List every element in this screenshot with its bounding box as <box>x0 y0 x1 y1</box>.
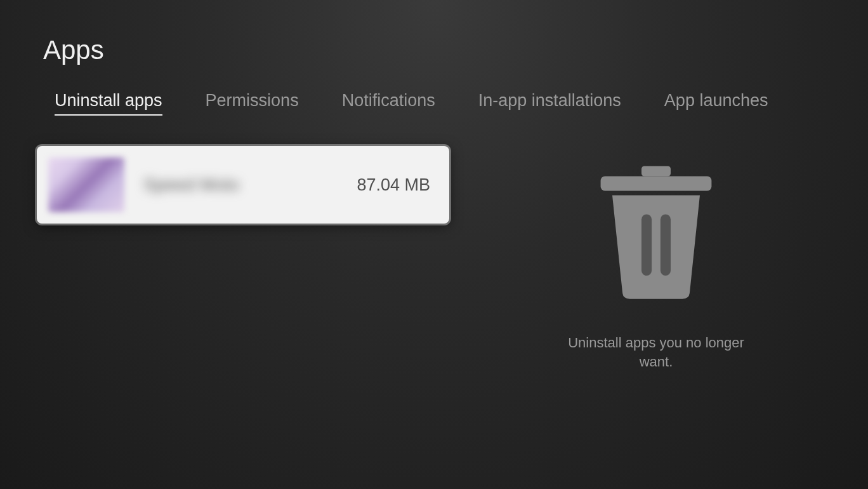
svg-rect-3 <box>661 214 671 276</box>
tab-uninstall-apps[interactable]: Uninstall apps <box>55 91 162 116</box>
app-size-label: 87.04 MB <box>357 175 430 195</box>
tab-app-launches[interactable]: App launches <box>664 91 768 116</box>
svg-rect-2 <box>641 214 652 276</box>
svg-rect-1 <box>601 177 712 191</box>
page-title: Apps <box>43 35 825 65</box>
app-name-label: Speed Moto <box>143 175 357 195</box>
trash-icon <box>583 159 729 305</box>
svg-rect-0 <box>641 166 671 177</box>
tab-notifications[interactable]: Notifications <box>342 91 435 116</box>
info-help-text: Uninstall apps you no longer want. <box>561 333 751 371</box>
tabs-row: Uninstall apps Permissions Notifications… <box>43 91 825 116</box>
app-list-item[interactable]: Speed Moto 87.04 MB <box>37 146 449 224</box>
info-panel: Uninstall apps you no longer want. <box>487 146 825 371</box>
tab-in-app-installations[interactable]: In-app installations <box>478 91 621 116</box>
app-list-panel: Speed Moto 87.04 MB <box>43 146 449 371</box>
tab-permissions[interactable]: Permissions <box>206 91 299 116</box>
app-icon <box>48 157 124 212</box>
